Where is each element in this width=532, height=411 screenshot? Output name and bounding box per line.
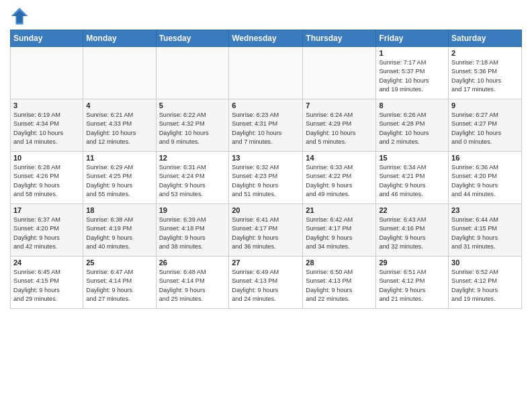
day-number: 30 [451, 259, 519, 267]
calendar-cell: 26Sunrise: 6:48 AM Sunset: 4:14 PM Dayli… [156, 257, 229, 309]
calendar-cell: 11Sunrise: 6:29 AM Sunset: 4:25 PM Dayli… [83, 152, 156, 204]
day-number: 8 [379, 101, 445, 109]
day-number: 22 [379, 206, 445, 214]
calendar-cell: 16Sunrise: 6:36 AM Sunset: 4:20 PM Dayli… [449, 152, 522, 204]
calendar-week-3: 10Sunrise: 6:28 AM Sunset: 4:26 PM Dayli… [11, 152, 522, 204]
calendar-week-1: 1Sunrise: 7:17 AM Sunset: 5:37 PM Daylig… [11, 47, 522, 99]
day-info: Sunrise: 6:23 AM Sunset: 4:31 PM Dayligh… [232, 111, 300, 146]
day-number: 20 [232, 206, 300, 214]
day-number: 10 [13, 154, 80, 162]
day-info: Sunrise: 6:29 AM Sunset: 4:25 PM Dayligh… [86, 163, 152, 199]
day-number: 27 [232, 259, 300, 267]
day-number: 17 [13, 206, 80, 214]
calendar-cell: 9Sunrise: 6:27 AM Sunset: 4:27 PM Daylig… [449, 99, 522, 152]
calendar-cell: 20Sunrise: 6:41 AM Sunset: 4:17 PM Dayli… [229, 204, 303, 257]
calendar-cell: 22Sunrise: 6:43 AM Sunset: 4:16 PM Dayli… [376, 204, 449, 257]
calendar-cell: 14Sunrise: 6:33 AM Sunset: 4:22 PM Dayli… [303, 152, 376, 204]
calendar-cell [303, 47, 376, 99]
calendar-week-2: 3Sunrise: 6:19 AM Sunset: 4:34 PM Daylig… [11, 99, 522, 152]
calendar-cell: 7Sunrise: 6:24 AM Sunset: 4:29 PM Daylig… [303, 99, 376, 152]
day-info: Sunrise: 7:17 AM Sunset: 5:37 PM Dayligh… [379, 58, 445, 94]
day-info: Sunrise: 6:48 AM Sunset: 4:14 PM Dayligh… [159, 268, 226, 304]
header-area [10, 7, 522, 26]
day-info: Sunrise: 6:51 AM Sunset: 4:12 PM Dayligh… [379, 268, 445, 304]
weekday-header-thursday: Thursday [303, 30, 376, 47]
calendar-cell [229, 47, 303, 99]
day-info: Sunrise: 6:22 AM Sunset: 4:32 PM Dayligh… [159, 111, 226, 146]
day-number: 21 [306, 206, 373, 214]
day-info: Sunrise: 6:31 AM Sunset: 4:24 PM Dayligh… [159, 163, 226, 199]
calendar-cell: 10Sunrise: 6:28 AM Sunset: 4:26 PM Dayli… [11, 152, 83, 204]
weekday-header-monday: Monday [83, 30, 156, 47]
day-number: 13 [232, 154, 300, 162]
calendar-cell: 30Sunrise: 6:52 AM Sunset: 4:12 PM Dayli… [449, 257, 522, 309]
calendar-cell: 5Sunrise: 6:22 AM Sunset: 4:32 PM Daylig… [156, 99, 229, 152]
calendar-cell [156, 47, 229, 99]
day-number: 2 [451, 49, 519, 57]
calendar-cell: 21Sunrise: 6:42 AM Sunset: 4:17 PM Dayli… [303, 204, 376, 257]
day-number: 3 [13, 101, 80, 109]
calendar-cell: 8Sunrise: 6:26 AM Sunset: 4:28 PM Daylig… [376, 99, 449, 152]
calendar-cell: 24Sunrise: 6:45 AM Sunset: 4:15 PM Dayli… [11, 257, 83, 309]
day-number: 24 [13, 259, 80, 267]
day-number: 16 [451, 154, 519, 162]
day-info: Sunrise: 6:28 AM Sunset: 4:26 PM Dayligh… [13, 163, 80, 199]
day-number: 18 [86, 206, 152, 214]
weekday-header-tuesday: Tuesday [156, 30, 229, 47]
day-info: Sunrise: 6:38 AM Sunset: 4:19 PM Dayligh… [86, 216, 152, 251]
calendar-table: SundayMondayTuesdayWednesdayThursdayFrid… [10, 30, 522, 309]
day-number: 11 [86, 154, 152, 162]
day-number: 1 [379, 49, 445, 57]
day-number: 4 [86, 101, 152, 109]
day-info: Sunrise: 6:33 AM Sunset: 4:22 PM Dayligh… [306, 163, 373, 199]
day-info: Sunrise: 6:37 AM Sunset: 4:20 PM Dayligh… [13, 216, 80, 251]
day-info: Sunrise: 6:21 AM Sunset: 4:33 PM Dayligh… [86, 111, 152, 146]
day-info: Sunrise: 6:34 AM Sunset: 4:21 PM Dayligh… [379, 163, 445, 199]
weekday-header-friday: Friday [376, 30, 449, 47]
calendar-cell: 2Sunrise: 7:18 AM Sunset: 5:36 PM Daylig… [449, 47, 522, 99]
day-number: 5 [159, 101, 226, 109]
calendar-cell: 23Sunrise: 6:44 AM Sunset: 4:15 PM Dayli… [449, 204, 522, 257]
calendar-cell [83, 47, 156, 99]
day-info: Sunrise: 6:42 AM Sunset: 4:17 PM Dayligh… [306, 216, 373, 251]
logo-icon [10, 7, 29, 26]
day-number: 6 [232, 101, 300, 109]
calendar-cell: 15Sunrise: 6:34 AM Sunset: 4:21 PM Dayli… [376, 152, 449, 204]
calendar-cell: 29Sunrise: 6:51 AM Sunset: 4:12 PM Dayli… [376, 257, 449, 309]
day-info: Sunrise: 6:44 AM Sunset: 4:15 PM Dayligh… [451, 216, 519, 251]
day-info: Sunrise: 6:45 AM Sunset: 4:15 PM Dayligh… [13, 268, 80, 304]
calendar-cell: 3Sunrise: 6:19 AM Sunset: 4:34 PM Daylig… [11, 99, 83, 152]
day-number: 19 [159, 206, 226, 214]
calendar-cell: 6Sunrise: 6:23 AM Sunset: 4:31 PM Daylig… [229, 99, 303, 152]
day-number: 14 [306, 154, 373, 162]
day-info: Sunrise: 6:32 AM Sunset: 4:23 PM Dayligh… [232, 163, 300, 199]
day-number: 29 [379, 259, 445, 267]
day-number: 25 [86, 259, 152, 267]
day-info: Sunrise: 6:50 AM Sunset: 4:13 PM Dayligh… [306, 268, 373, 304]
day-number: 23 [451, 206, 519, 214]
calendar-cell [11, 47, 83, 99]
weekday-header-saturday: Saturday [449, 30, 522, 47]
day-number: 28 [306, 259, 373, 267]
calendar-cell: 19Sunrise: 6:39 AM Sunset: 4:18 PM Dayli… [156, 204, 229, 257]
calendar-week-5: 24Sunrise: 6:45 AM Sunset: 4:15 PM Dayli… [11, 257, 522, 309]
calendar-cell: 1Sunrise: 7:17 AM Sunset: 5:37 PM Daylig… [376, 47, 449, 99]
weekday-header-row: SundayMondayTuesdayWednesdayThursdayFrid… [11, 30, 522, 47]
day-info: Sunrise: 6:24 AM Sunset: 4:29 PM Dayligh… [306, 111, 373, 146]
day-info: Sunrise: 6:41 AM Sunset: 4:17 PM Dayligh… [232, 216, 300, 251]
calendar-cell: 13Sunrise: 6:32 AM Sunset: 4:23 PM Dayli… [229, 152, 303, 204]
calendar-cell: 12Sunrise: 6:31 AM Sunset: 4:24 PM Dayli… [156, 152, 229, 204]
day-info: Sunrise: 6:19 AM Sunset: 4:34 PM Dayligh… [13, 111, 80, 146]
weekday-header-wednesday: Wednesday [229, 30, 303, 47]
day-info: Sunrise: 6:47 AM Sunset: 4:14 PM Dayligh… [86, 268, 152, 304]
day-info: Sunrise: 6:52 AM Sunset: 4:12 PM Dayligh… [451, 268, 519, 304]
logo [10, 7, 32, 26]
day-number: 12 [159, 154, 226, 162]
day-info: Sunrise: 6:49 AM Sunset: 4:13 PM Dayligh… [232, 268, 300, 304]
day-info: Sunrise: 6:39 AM Sunset: 4:18 PM Dayligh… [159, 216, 226, 251]
day-number: 26 [159, 259, 226, 267]
day-info: Sunrise: 6:43 AM Sunset: 4:16 PM Dayligh… [379, 216, 445, 251]
day-info: Sunrise: 6:26 AM Sunset: 4:28 PM Dayligh… [379, 111, 445, 146]
calendar-cell: 28Sunrise: 6:50 AM Sunset: 4:13 PM Dayli… [303, 257, 376, 309]
weekday-header-sunday: Sunday [11, 30, 83, 47]
